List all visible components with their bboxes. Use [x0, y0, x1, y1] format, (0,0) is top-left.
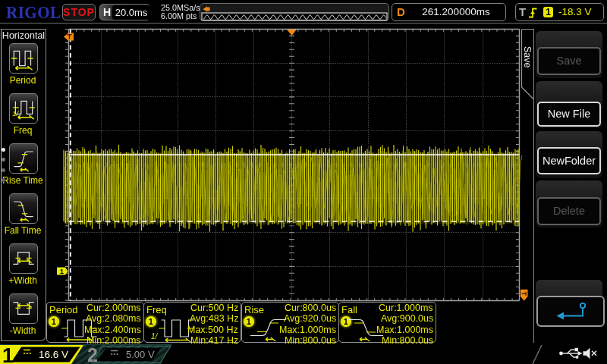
svg-text:1: 1: [60, 268, 64, 275]
svg-text:16.6 V: 16.6 V: [39, 349, 68, 360]
svg-text:1: 1: [2, 345, 14, 364]
svg-text:5.00 V: 5.00 V: [126, 349, 155, 360]
svg-text:1/: 1/: [151, 332, 159, 340]
